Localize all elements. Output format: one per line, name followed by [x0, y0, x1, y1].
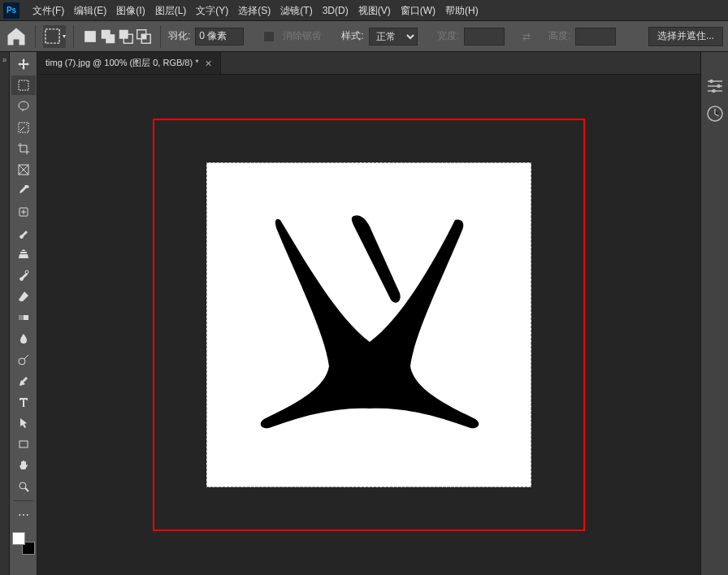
color-swatches[interactable]	[12, 532, 35, 555]
svg-point-16	[19, 358, 25, 365]
canvas[interactable]	[206, 162, 531, 487]
selection-mode-group	[81, 28, 153, 45]
right-panel-dock	[700, 52, 728, 575]
gradient-tool[interactable]	[11, 308, 36, 327]
history-icon	[705, 104, 725, 123]
properties-panel-button[interactable]	[705, 76, 725, 96]
svg-rect-9	[19, 80, 28, 90]
swap-wh-icon: ⇄	[522, 31, 531, 42]
tool-panel: ⋯	[10, 52, 37, 575]
svg-rect-3	[106, 34, 115, 43]
canvas-viewport[interactable]	[37, 75, 700, 575]
antialias-checkbox	[263, 31, 275, 42]
width-input	[464, 28, 505, 45]
menu-layer[interactable]: 图层(L)	[150, 0, 192, 21]
chevron-right-icon: »	[2, 55, 7, 64]
eyedropper-tool[interactable]	[11, 181, 36, 201]
marquee-icon	[43, 27, 62, 45]
divider	[35, 25, 36, 48]
divider	[160, 25, 161, 48]
width-label: 宽度:	[437, 29, 459, 43]
document-tab[interactable]: timg (7).jpg @ 100% (图层 0, RGB/8) * ×	[37, 51, 221, 74]
feather-input[interactable]	[195, 28, 244, 45]
document-area: timg (7).jpg @ 100% (图层 0, RGB/8) * ×	[37, 52, 700, 575]
svg-rect-0	[46, 29, 59, 43]
intersect-selection-icon	[135, 28, 153, 45]
height-label: 高度:	[548, 29, 570, 43]
menu-3d[interactable]: 3D(D)	[318, 0, 353, 21]
svg-point-18	[20, 482, 26, 489]
move-tool[interactable]	[11, 54, 36, 74]
frame-tool[interactable]	[11, 160, 36, 179]
healing-brush-tool[interactable]	[11, 202, 36, 222]
menu-help[interactable]: 帮助(H)	[440, 0, 483, 21]
svg-rect-1	[84, 31, 96, 42]
zoom-tool[interactable]	[11, 477, 36, 496]
toolbar-divider	[14, 500, 33, 501]
menu-select[interactable]: 选择(S)	[233, 0, 275, 21]
feather-label: 羽化:	[168, 29, 190, 43]
clone-stamp-tool[interactable]	[11, 244, 36, 264]
home-button[interactable]	[5, 25, 28, 48]
new-selection-icon	[81, 28, 99, 45]
menu-window[interactable]: 窗口(W)	[396, 0, 440, 21]
marquee-preset-button[interactable]: ▾	[43, 25, 66, 48]
svg-point-20	[717, 84, 721, 89]
chevron-down-icon: ▾	[63, 32, 66, 40]
type-tool[interactable]	[11, 392, 36, 412]
divider	[73, 25, 74, 48]
svg-point-19	[709, 80, 713, 84]
svg-rect-15	[19, 315, 24, 320]
rectangle-tool[interactable]	[11, 434, 36, 454]
style-label: 样式:	[341, 29, 363, 43]
height-input	[575, 28, 616, 45]
svg-rect-8	[141, 34, 146, 39]
sliders-icon	[705, 76, 725, 96]
document-tab-title: timg (7).jpg @ 100% (图层 0, RGB/8) *	[46, 57, 198, 69]
svg-point-21	[712, 89, 716, 93]
home-icon	[5, 25, 28, 48]
menu-filter[interactable]: 滤镜(T)	[275, 0, 317, 21]
path-selection-tool[interactable]	[11, 413, 36, 433]
dodge-tool[interactable]	[11, 350, 36, 370]
menu-type[interactable]: 文字(Y)	[191, 0, 233, 21]
brush-tool[interactable]	[11, 223, 36, 243]
crop-tool[interactable]	[11, 139, 36, 158]
document-tab-bar: timg (7).jpg @ 100% (图层 0, RGB/8) * ×	[37, 52, 700, 75]
hand-tool[interactable]	[11, 456, 36, 475]
menu-image[interactable]: 图像(I)	[111, 0, 150, 21]
eraser-tool[interactable]	[11, 287, 36, 306]
artwork-icon	[207, 163, 532, 488]
history-brush-tool[interactable]	[11, 266, 36, 285]
style-select[interactable]: 正常	[369, 28, 418, 45]
main-area: » ⋯ timg (7).jpg @ 100	[0, 52, 728, 575]
blur-tool[interactable]	[11, 329, 36, 348]
pen-tool[interactable]	[11, 371, 36, 391]
selection-new-button[interactable]	[81, 28, 99, 45]
selection-add-button[interactable]	[99, 28, 117, 45]
lasso-tool[interactable]	[11, 97, 36, 116]
options-bar: ▾ 羽化: 消除锯齿 样式: 正常 宽度: ⇄ 高度: 选择并遮住...	[0, 21, 728, 52]
close-tab-button[interactable]: ×	[205, 58, 211, 69]
app-logo: Ps	[3, 2, 20, 19]
edit-toolbar-button[interactable]: ⋯	[11, 505, 36, 525]
history-panel-button[interactable]	[705, 104, 725, 123]
svg-point-13	[25, 270, 28, 274]
add-selection-icon	[99, 28, 117, 45]
selection-intersect-button[interactable]	[135, 28, 153, 45]
selection-subtract-button[interactable]	[117, 28, 135, 45]
svg-rect-17	[20, 441, 28, 447]
select-and-mask-button[interactable]: 选择并遮住...	[648, 27, 723, 46]
antialias-label: 消除锯齿	[283, 29, 322, 43]
foreground-color-swatch[interactable]	[12, 532, 25, 545]
marquee-tool[interactable]	[11, 76, 36, 95]
subtract-selection-icon	[117, 28, 135, 45]
menu-edit[interactable]: 编辑(E)	[69, 0, 111, 21]
menu-file[interactable]: 文件(F)	[28, 0, 69, 21]
magic-wand-tool[interactable]	[11, 118, 36, 137]
menu-view[interactable]: 视图(V)	[353, 0, 396, 21]
panel-collapse-button[interactable]: »	[0, 52, 10, 575]
menu-bar: Ps 文件(F) 编辑(E) 图像(I) 图层(L) 文字(Y) 选择(S) 滤…	[0, 0, 728, 21]
